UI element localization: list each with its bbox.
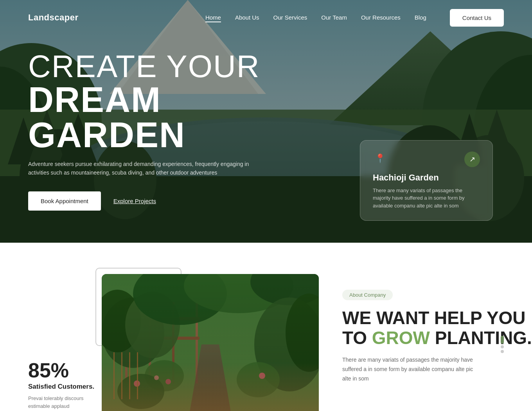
nav-link-services[interactable]: Our Services (273, 14, 307, 21)
nav-item-blog[interactable]: Blog (415, 14, 426, 21)
svg-point-41 (237, 362, 280, 397)
about-section: 85% Satisfied Customers. Prevai tolerabl… (0, 243, 532, 411)
hero-title-line2: DREAM GARDEN (28, 82, 294, 153)
navbar: Landscaper Home About Us Our Services Ou… (0, 0, 532, 35)
nav-link-team[interactable]: Our Team (321, 14, 347, 21)
about-badge: About Company (342, 290, 393, 300)
garden-card-title: Hachioji Garden (373, 173, 480, 183)
about-right-column: About Company WE WANT HELP YOU TO GROW P… (319, 274, 532, 384)
about-description: There are many variats of passages the m… (342, 355, 475, 383)
svg-point-44 (165, 379, 171, 384)
svg-point-39 (145, 360, 184, 391)
stats-column: 85% Satisfied Customers. Prevai tolerabl… (0, 274, 98, 410)
hero-section: Landscaper Home About Us Our Services Ou… (0, 0, 532, 243)
scroll-dot-2 (501, 345, 504, 348)
nav-item-services[interactable]: Our Services (273, 14, 307, 21)
about-title-to: TO (342, 328, 367, 348)
garden-card-arrow-button[interactable]: ↗ (464, 151, 480, 167)
nav-item-about[interactable]: About Us (235, 14, 259, 21)
nav-item-team[interactable]: Our Team (321, 14, 347, 21)
about-title-planting: PLANTING. (435, 328, 532, 348)
svg-point-43 (154, 375, 159, 380)
scroll-dot-1 (501, 336, 504, 344)
stat-label: Satisfied Customers. (28, 383, 98, 391)
nav-link-resources[interactable]: Our Resources (361, 14, 401, 21)
garden-photo-image (102, 274, 319, 411)
garden-photo-wrapper (102, 274, 319, 411)
stat-number: 85% (28, 360, 98, 380)
nav-link-blog[interactable]: Blog (415, 14, 426, 21)
hero-title-line1: CREATE YOUR (28, 51, 294, 82)
stat-description: Prevai tolerably discours estimable appl… (28, 395, 98, 410)
scroll-dot-3 (501, 350, 504, 353)
scroll-indicator (501, 336, 504, 353)
about-title-highlight: GROW (372, 328, 430, 348)
location-icon: 📍 (373, 151, 387, 166)
garden-card-top: 📍 ↗ (373, 151, 480, 167)
nav-link-about[interactable]: About Us (235, 14, 259, 21)
garden-card: 📍 ↗ Hachioji Garden There are many varia… (360, 140, 493, 221)
contact-us-button[interactable]: Contact Us (450, 9, 504, 27)
about-title-line1: WE WANT HELP YOU (342, 308, 526, 328)
nav-link-home[interactable]: Home (205, 14, 221, 22)
nav-item-resources[interactable]: Our Resources (361, 14, 401, 21)
svg-point-45 (259, 373, 265, 379)
garden-photo (102, 274, 319, 411)
book-appointment-button[interactable]: Book Appointment (28, 191, 101, 211)
hero-subtitle: Adventure seekers pursue exhilarating an… (28, 160, 251, 177)
nav-item-home[interactable]: Home (205, 14, 221, 21)
garden-card-description: There are many variats of passages the m… (373, 187, 480, 210)
hero-content: CREATE YOUR DREAM GARDEN Adventure seeke… (28, 51, 294, 211)
nav-links: Home About Us Our Services Our Team Our … (205, 14, 426, 21)
explore-projects-button[interactable]: Explore Projects (113, 198, 156, 204)
brand-logo: Landscaper (28, 13, 79, 23)
hero-buttons: Book Appointment Explore Projects (28, 191, 294, 211)
